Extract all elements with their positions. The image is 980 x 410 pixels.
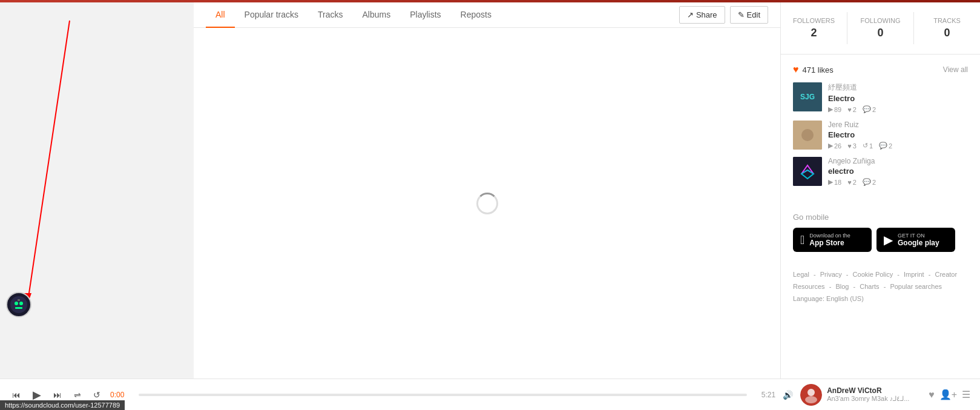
svg-point-3 [15,302,18,305]
track-info: Angelo Zuñiga electro ▶ 18 ♥ 2 💬 2 [828,157,968,186]
footer-link-cookie[interactable]: Cookie Policy [853,271,893,278]
tabs-list: All Popular tracks Tracks Albums Playlis… [206,2,501,27]
player-bar: ⏮ ▶ ⏭ ⇌ ↺ 0:00 5:21 🔊 AnDreW ViCtoR An3'… [0,379,980,410]
app-buttons:  Download on the App Store ▶ GET IT ON … [793,228,968,252]
app-store-sub: Download on the [809,233,850,239]
followers-label: Followers [781,17,847,24]
google-play-text: GET IT ON Google play [898,233,939,247]
track-genre: Electro [828,130,968,139]
google-sub: GET IT ON [898,233,939,239]
track-thumb[interactable] [793,121,822,150]
avatar-robot-icon [10,296,28,314]
comment-count: 💬 2 [863,178,876,186]
track-thumb[interactable]: SJG [793,82,822,111]
follow-button[interactable]: 👤+ [939,389,957,400]
track-meta: ▶ 26 ♥ 3 ↺ 1 💬 2 [828,142,968,150]
footer-link-legal[interactable]: Legal [793,271,809,278]
player-actions: ♥ 👤+ ☰ [929,389,970,400]
right-sidebar: Followers 2 Following 0 Tracks 0 ♥ 471 [780,2,980,379]
google-play-button[interactable]: ▶ GET IT ON Google play [876,228,955,252]
track-info: Jere Ruiz Electro ▶ 26 ♥ 3 ↺ 1 💬 2 [828,121,968,150]
tracks-value: 0 [914,27,980,39]
prev-button[interactable]: ⏮ [10,388,23,402]
track-genre: Electro [828,94,968,103]
svg-rect-5 [15,307,22,309]
player-avatar-art [800,384,822,406]
tracks-label: Tracks [914,17,980,24]
edit-icon: ✎ [738,10,745,19]
arrow-container [0,2,194,336]
track-artist: Jere Ruiz [828,121,968,129]
svg-point-10 [801,129,814,141]
time-current: 0:00 [110,391,131,399]
track-thumb-art: SJG [793,82,822,111]
svg-point-4 [19,302,23,305]
track-info: 紓壓頻道 Electro ▶ 89 ♥ 2 💬 2 [828,82,968,113]
track-item: SJG 紓壓頻道 Electro ▶ 89 ♥ 2 💬 2 [793,82,968,113]
annotation-arrow [0,2,121,336]
google-main: Google play [898,239,939,247]
main-content: All Popular tracks Tracks Albums Playlis… [194,2,780,379]
footer-link-charts[interactable]: Charts [860,283,879,290]
tab-albums[interactable]: Albums [353,2,401,28]
svg-point-13 [807,389,815,396]
time-total: 5:21 [754,391,775,399]
player-track: AnDreW ViCtoR An3'am 3omry M3ak ♪لـ٤لـ..… [800,384,921,406]
tab-playlists[interactable]: Playlists [400,2,450,28]
queue-button[interactable]: ☰ [962,389,970,400]
app-store-text: Download on the App Store [809,233,850,247]
loading-spinner [476,193,498,214]
comment-count: 💬 2 [863,105,876,113]
footer-link-blog[interactable]: Blog [835,283,849,290]
tab-all[interactable]: All [206,2,235,28]
track-item: Jere Ruiz Electro ▶ 26 ♥ 3 ↺ 1 💬 2 [793,121,968,150]
view-all-link[interactable]: View all [943,65,968,74]
track-meta: ▶ 89 ♥ 2 💬 2 [828,105,968,113]
like-count: ♥ 2 [847,106,857,113]
edit-label: Edit [747,10,760,19]
svg-line-0 [27,21,70,305]
progress-bar[interactable] [139,394,747,396]
play-count: ▶ 18 [828,178,841,186]
player-track-name: AnDreW ViCtoR [827,386,909,395]
app-store-main: App Store [809,239,850,247]
play-count: ▶ 26 [828,142,841,150]
stat-following: Following 0 [847,12,914,44]
likes-section: ♥ 471 likes View all SJG 紓壓頻道 [781,55,980,203]
tab-popular-tracks[interactable]: Popular tracks [235,2,308,28]
repeat-button[interactable]: ↺ [91,388,103,402]
play-count: ▶ 89 [828,105,841,113]
volume-button[interactable]: 🔊 [783,390,793,400]
content-center [194,28,780,379]
followers-value: 2 [781,27,847,39]
share-button[interactable]: ↗ Share [679,6,725,24]
track-meta: ▶ 18 ♥ 2 💬 2 [828,178,968,186]
google-play-icon: ▶ [884,233,893,247]
tab-reposts[interactable]: Reposts [451,2,501,28]
footer-link-privacy[interactable]: Privacy [820,271,842,278]
stats-row: Followers 2 Following 0 Tracks 0 [781,2,980,55]
following-value: 0 [847,27,913,39]
like-track-button[interactable]: ♥ [929,389,935,400]
like-count: ♥ 2 [847,179,857,186]
heart-icon: ♥ [793,64,799,75]
apple-icon:  [800,233,804,247]
tabs-actions: ↗ Share ✎ Edit [679,6,768,24]
player-avatar [800,384,822,406]
avatar-pin [6,292,31,317]
track-thumb[interactable] [793,157,822,186]
next-button[interactable]: ⏭ [51,388,64,402]
footer-link-popular[interactable]: Popular searches [890,283,942,290]
player-track-sub: An3'am 3omry M3ak ♪لـ٤لـ... [827,395,909,403]
edit-button[interactable]: ✎ Edit [730,6,768,24]
content-area: All Popular tracks Tracks Albums Playlis… [0,2,980,379]
go-mobile-section: Go mobile  Download on the App Store ▶ … [781,203,980,262]
track-item: Angelo Zuñiga electro ▶ 18 ♥ 2 💬 2 [793,157,968,186]
footer-link-imprint[interactable]: Imprint [904,271,924,278]
shuffle-button[interactable]: ⇌ [71,388,84,402]
tab-tracks[interactable]: Tracks [308,2,352,28]
svg-point-2 [10,296,27,313]
app-store-button[interactable]:  Download on the App Store [793,228,872,252]
player-track-info: AnDreW ViCtoR An3'am 3omry M3ak ♪لـ٤لـ..… [827,386,909,403]
go-mobile-label: Go mobile [793,213,968,222]
